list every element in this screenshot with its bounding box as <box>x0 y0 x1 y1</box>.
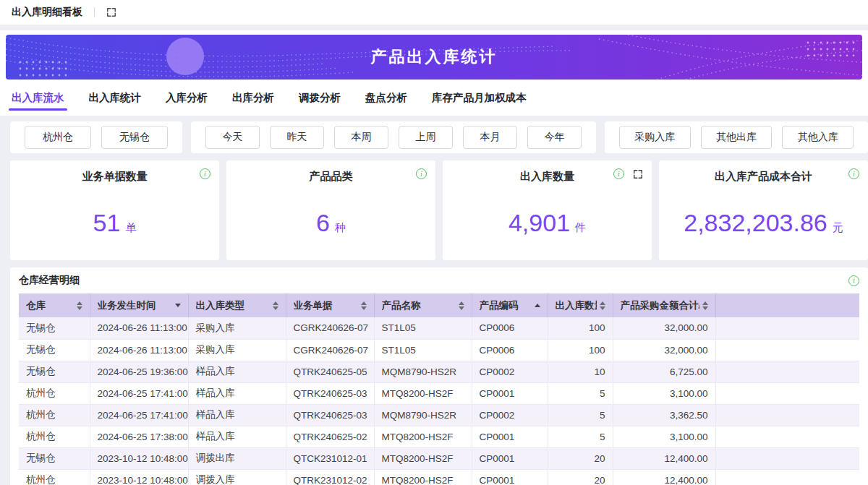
column-label: 出入库数量 <box>556 299 597 312</box>
table-row: 无锡仓2024-06-26 11:13:00采购入库CGRK240626-07S… <box>19 339 859 361</box>
sort-icon[interactable] <box>273 301 278 310</box>
stat-card: 产品品类i6种 <box>226 160 435 260</box>
page-title: 出入库明细看板 <box>12 6 82 19</box>
stat-value: 51单 <box>10 208 219 236</box>
stat-card: 业务单据数量i51单 <box>10 160 219 260</box>
table-row: 杭州仓2024-06-25 17:38:00样品入库QTRK240625-02M… <box>19 426 859 447</box>
cell: 杭州仓 <box>19 469 90 485</box>
sort-icon[interactable] <box>459 301 464 310</box>
column-header[interactable]: 业务单据 <box>286 293 374 317</box>
cell <box>715 469 859 485</box>
expand-icon[interactable] <box>633 169 643 179</box>
filter-button[interactable]: 采购入库 <box>619 126 691 149</box>
table-row: 无锡仓2023-10-12 10:48:00调拨出库QTCK231012-01M… <box>19 447 859 469</box>
tab-bar: 出入库流水出入库统计入库分析出库分析调拨分析盘点分析库存产品月加权成本 <box>6 80 862 116</box>
tab-label: 盘点分析 <box>365 91 407 105</box>
cell: 100 <box>548 339 613 361</box>
cell <box>715 339 859 361</box>
cell: 10 <box>548 361 613 382</box>
filter-button[interactable]: 无锡仓 <box>101 126 168 149</box>
column-label: 产品采购金额合计/元 <box>621 299 699 312</box>
cell: 12,400.00 <box>613 469 715 485</box>
info-icon[interactable]: i <box>613 168 624 179</box>
column-header[interactable]: 业务发生时间 <box>90 293 188 317</box>
tab-item[interactable]: 出库分析 <box>232 80 274 116</box>
tab-item[interactable]: 出入库流水 <box>12 80 64 116</box>
cell: QTRK240625-02 <box>286 426 374 447</box>
filter-button[interactable]: 今天 <box>205 126 260 149</box>
stat-number: 4,901 <box>509 208 570 236</box>
cell: 采购入库 <box>188 339 286 361</box>
sort-icon[interactable] <box>77 301 82 310</box>
info-icon[interactable]: i <box>200 168 210 179</box>
filter-button[interactable]: 上周 <box>399 126 453 149</box>
stat-card: 出入库数量i4,901件 <box>443 160 652 260</box>
sort-icon[interactable] <box>600 301 605 310</box>
filter-button[interactable]: 本月 <box>463 126 517 149</box>
cell: 5 <box>548 382 613 404</box>
cell <box>715 361 859 382</box>
info-icon[interactable]: i <box>848 168 859 179</box>
cell: 2024-06-25 19:36:00 <box>90 361 188 382</box>
stat-number: 2,832,203.86 <box>684 208 827 236</box>
time-filter-group: 今天昨天本周上周本月今年 <box>191 121 596 153</box>
sort-desc-icon[interactable] <box>175 304 181 307</box>
table-header-row: 仓库业务发生时间出入库类型业务单据产品名称产品编码出入库数量产品采购金额合计/元 <box>19 293 859 317</box>
filter-button[interactable]: 其他入库 <box>782 126 854 149</box>
tab-label: 调拨分析 <box>299 91 341 105</box>
column-header[interactable]: 出入库数量 <box>548 293 613 317</box>
column-header[interactable]: 产品名称 <box>374 293 472 317</box>
info-icon[interactable]: i <box>848 275 859 286</box>
divider <box>94 7 95 17</box>
filter-button[interactable]: 其他出库 <box>701 126 773 149</box>
filter-button[interactable]: 今年 <box>527 126 582 149</box>
stat-value: 4,901件 <box>443 208 652 236</box>
table-row: 杭州仓2023-10-12 10:48:00调拨入库QTRK231012-02M… <box>19 469 859 485</box>
cell: CP0001 <box>472 382 548 404</box>
sort-icon[interactable] <box>361 301 367 310</box>
column-header[interactable]: 仓库 <box>19 293 90 317</box>
table-title-row: 仓库经营明细 i <box>19 267 859 293</box>
cell: MTQ8200-HS2F <box>374 447 472 469</box>
cell: 2024-06-25 17:41:00 <box>90 404 188 426</box>
tab-item[interactable]: 入库分析 <box>166 80 208 116</box>
cell: 样品入库 <box>188 361 286 382</box>
cell: CP0001 <box>472 447 548 469</box>
warehouse-filter-group: 杭州仓无锡仓 <box>10 121 182 153</box>
cell <box>715 447 859 469</box>
cell: MTQ8200-HS2F <box>374 469 472 485</box>
column-label: 产品名称 <box>382 299 421 312</box>
tab-label: 库存产品月加权成本 <box>432 91 527 105</box>
filter-button[interactable]: 杭州仓 <box>25 126 91 149</box>
tab-label: 入库分析 <box>166 91 208 105</box>
cell: 采购入库 <box>188 317 286 339</box>
cell: MTQ8200-HS2F <box>374 426 472 447</box>
tab-item[interactable]: 出入库统计 <box>89 80 142 116</box>
cell: QTRK240625-05 <box>286 361 374 382</box>
info-icon[interactable]: i <box>416 168 427 179</box>
fullscreen-icon[interactable] <box>106 7 116 17</box>
cell: MTQ8200-HS2F <box>374 382 472 404</box>
hero-section: 产品出入库统计 出入库流水出入库统计入库分析出库分析调拨分析盘点分析库存产品月加… <box>0 30 868 116</box>
table-row: 杭州仓2024-06-25 17:41:00样品入库QTRK240625-03M… <box>19 382 859 404</box>
cell: 2024-06-25 17:41:00 <box>90 382 188 404</box>
tab-item[interactable]: 盘点分析 <box>365 80 407 116</box>
tab-item[interactable]: 调拨分析 <box>299 80 341 116</box>
column-header[interactable]: 出入库类型 <box>188 293 286 317</box>
cell: QTRK231012-02 <box>286 469 374 485</box>
cell: 2023-10-12 10:48:00 <box>90 447 188 469</box>
sort-asc-icon[interactable] <box>535 304 540 307</box>
column-header[interactable]: 产品编码 <box>472 293 548 317</box>
stat-icons: i <box>613 168 643 179</box>
tab-item[interactable]: 库存产品月加权成本 <box>432 80 527 116</box>
sort-icon[interactable] <box>702 301 708 310</box>
table-row: 无锡仓2024-06-26 11:13:00采购入库CGRK240626-07S… <box>19 317 859 339</box>
column-label: 业务发生时间 <box>98 299 156 312</box>
cell <box>715 404 859 426</box>
stat-card-header: 产品品类i <box>226 160 435 184</box>
column-header[interactable]: 产品采购金额合计/元 <box>613 293 715 317</box>
filter-button[interactable]: 本周 <box>334 126 388 149</box>
stat-card-header: 业务单据数量i <box>10 160 219 184</box>
filter-button[interactable]: 昨天 <box>270 126 324 149</box>
cell: QTRK240625-03 <box>286 382 374 404</box>
